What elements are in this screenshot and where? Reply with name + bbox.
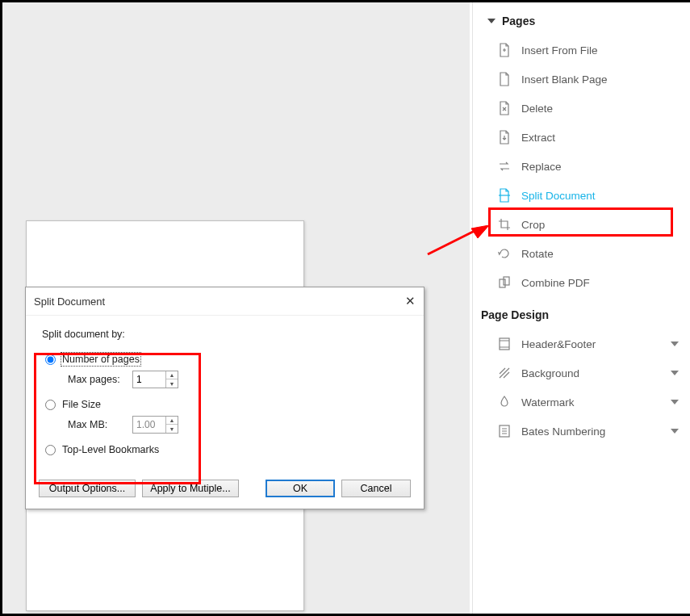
- svg-rect-0: [500, 279, 505, 287]
- dialog-prompt: Split document by:: [42, 329, 408, 340]
- menu-label: Rotate: [521, 248, 554, 260]
- menu-split-document[interactable]: Split Document: [473, 181, 690, 210]
- menu-label: Watermark: [521, 396, 575, 409]
- rotate-icon: [497, 246, 512, 261]
- menu-label: Insert Blank Page: [521, 73, 608, 86]
- menu-label: Bates Numbering: [521, 425, 605, 438]
- section-title: Page Design: [481, 308, 549, 321]
- max-mb-input[interactable]: [133, 419, 165, 430]
- annotation-arrow: [426, 225, 489, 256]
- label-max-pages: Max pages:: [68, 374, 126, 385]
- page-plus-icon: [497, 43, 512, 57]
- max-mb-spinner[interactable]: ▲▼: [132, 416, 178, 434]
- section-pages[interactable]: Pages: [473, 2, 690, 36]
- close-button[interactable]: ✕: [405, 294, 416, 308]
- svg-marker-5: [471, 225, 489, 238]
- menu-crop[interactable]: Crop: [473, 210, 690, 239]
- chevron-down-icon: [671, 400, 679, 404]
- menu-header-footer[interactable]: Header&Footer: [473, 329, 690, 358]
- spin-down-icon[interactable]: ▼: [166, 425, 178, 433]
- split-document-dialog: Split Document ✕ Split document by: Numb…: [25, 287, 424, 509]
- page-icon: [497, 72, 512, 86]
- spin-up-icon[interactable]: ▲: [166, 417, 178, 425]
- dialog-titlebar[interactable]: Split Document ✕: [26, 287, 424, 316]
- ok-button[interactable]: OK: [266, 480, 335, 497]
- dialog-title: Split Document: [34, 295, 105, 308]
- output-options-button[interactable]: Output Options...: [39, 480, 136, 497]
- combine-icon: [497, 275, 512, 290]
- label-number-of-pages: Number of pages: [62, 354, 140, 365]
- svg-rect-2: [500, 338, 509, 350]
- apply-multiple-button[interactable]: Apply to Mutiple...: [142, 480, 239, 497]
- cancel-button[interactable]: Cancel: [341, 480, 411, 497]
- radio-file-size[interactable]: [45, 400, 56, 410]
- crop-icon: [497, 217, 512, 232]
- section-page-design[interactable]: Page Design: [473, 297, 690, 329]
- menu-replace[interactable]: Replace: [473, 152, 690, 181]
- menu-watermark[interactable]: Watermark: [473, 388, 690, 417]
- menu-insert-from-file[interactable]: Insert From File: [473, 36, 690, 65]
- chevron-down-icon: [671, 429, 679, 434]
- radio-number-of-pages[interactable]: [45, 354, 56, 365]
- max-pages-input[interactable]: [133, 374, 165, 385]
- menu-label: Crop: [521, 219, 545, 231]
- label-max-mb: Max MB:: [68, 419, 126, 430]
- max-pages-spinner[interactable]: ▲▼: [132, 371, 178, 388]
- section-title: Pages: [502, 15, 535, 27]
- header-footer-icon: [497, 337, 512, 351]
- page-x-icon: [497, 101, 512, 115]
- menu-label: Replace: [521, 161, 562, 173]
- chevron-down-icon: [671, 371, 679, 375]
- menu-extract[interactable]: Extract: [473, 123, 690, 152]
- svg-line-4: [428, 230, 476, 254]
- menu-label: Header&Footer: [521, 338, 596, 350]
- menu-label: Insert From File: [521, 44, 598, 57]
- menu-background[interactable]: Background: [473, 358, 690, 388]
- svg-rect-1: [504, 277, 509, 285]
- menu-rotate[interactable]: Rotate: [473, 239, 690, 268]
- label-bookmarks: Top-Level Bookmarks: [62, 444, 159, 455]
- menu-bates-numbering[interactable]: Bates Numbering: [473, 417, 690, 446]
- chevron-down-icon: [671, 342, 679, 346]
- menu-label: Delete: [521, 103, 553, 115]
- right-sidebar: Pages Insert From File Insert Blank Page…: [472, 2, 690, 614]
- menu-label: Split Document: [521, 190, 596, 202]
- extract-icon: [497, 130, 512, 145]
- spin-down-icon[interactable]: ▼: [166, 379, 178, 388]
- replace-icon: [497, 159, 512, 174]
- menu-insert-blank[interactable]: Insert Blank Page: [473, 65, 690, 94]
- spin-up-icon[interactable]: ▲: [166, 371, 178, 379]
- menu-combine[interactable]: Combine PDF: [473, 268, 690, 297]
- menu-label: Background: [521, 367, 579, 379]
- watermark-icon: [497, 395, 512, 409]
- split-icon: [497, 188, 512, 203]
- radio-bookmarks[interactable]: [45, 445, 56, 455]
- collapse-icon: [487, 19, 496, 23]
- background-icon: [497, 366, 512, 380]
- menu-delete[interactable]: Delete: [473, 94, 690, 123]
- bates-icon: [497, 424, 512, 438]
- label-file-size: File Size: [62, 399, 101, 410]
- menu-label: Combine PDF: [521, 277, 590, 289]
- menu-label: Extract: [521, 132, 555, 144]
